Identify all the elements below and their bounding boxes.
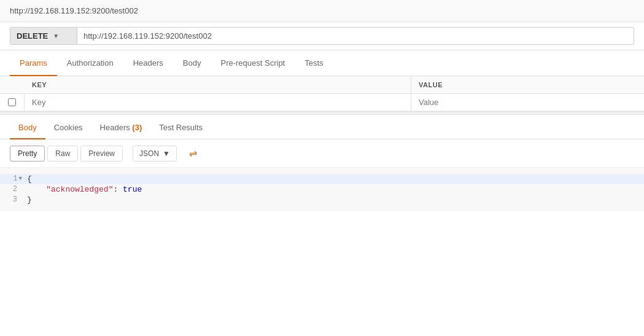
tab-params[interactable]: Params xyxy=(10,51,57,76)
tab-body[interactable]: Body xyxy=(173,51,211,76)
section-divider xyxy=(0,111,644,115)
code-line-2: 2 "acknowledged": true xyxy=(0,184,644,195)
params-table-container: KEY VALUE xyxy=(0,76,644,111)
params-table-header: KEY VALUE xyxy=(0,76,644,94)
value-column-header: VALUE xyxy=(411,76,644,93)
format-chevron-icon: ▼ xyxy=(163,149,170,158)
code-content-2: "acknowledged": true xyxy=(25,185,142,194)
tab-authorization[interactable]: Authorization xyxy=(57,51,123,76)
code-line-3: 3 } xyxy=(0,195,644,205)
wrap-button[interactable]: ⇌ xyxy=(184,144,202,162)
key-cell xyxy=(25,94,411,111)
url-input[interactable] xyxy=(77,27,634,45)
code-content-3: } xyxy=(25,195,32,205)
request-tabs-row: Params Authorization Headers Body Pre-re… xyxy=(0,50,644,76)
fold-arrow-icon: ▼ xyxy=(19,176,22,182)
response-tab-body[interactable]: Body xyxy=(10,117,45,139)
response-tab-testresults[interactable]: Test Results xyxy=(150,117,211,139)
value-cell xyxy=(411,94,644,111)
code-key: "acknowledged" xyxy=(46,185,113,194)
url-display: http://192.168.119.152:9200/test002 xyxy=(10,6,138,15)
url-bar-section: http://192.168.119.152:9200/test002 xyxy=(0,0,644,22)
params-table-row xyxy=(0,94,644,111)
value-input[interactable] xyxy=(419,98,637,107)
line-number-1: 1 ▼ xyxy=(0,174,25,183)
code-line-1: 1 ▼ { xyxy=(0,174,644,184)
method-dropdown[interactable]: DELETE ▼ xyxy=(10,27,77,45)
key-column-header: KEY xyxy=(25,76,411,93)
headers-badge: (3) xyxy=(132,123,142,132)
tab-headers[interactable]: Headers xyxy=(123,51,173,76)
chevron-down-icon: ▼ xyxy=(53,33,59,39)
line-number-2: 2 xyxy=(0,185,25,193)
response-toolbar: Pretty Raw Preview JSON ▼ ⇌ xyxy=(0,139,644,168)
code-value: true xyxy=(123,185,142,194)
code-area: 1 ▼ { 2 "acknowledged": true 3 } xyxy=(0,168,644,211)
format-dropdown[interactable]: JSON ▼ xyxy=(133,146,177,162)
tab-tests[interactable]: Tests xyxy=(295,51,333,76)
row-checkbox[interactable] xyxy=(0,94,25,111)
wrap-icon: ⇌ xyxy=(189,148,197,158)
method-label: DELETE xyxy=(17,31,48,41)
response-tab-cookies[interactable]: Cookies xyxy=(45,117,91,139)
response-tab-headers[interactable]: Headers (3) xyxy=(91,117,151,139)
tab-prerequest[interactable]: Pre-request Script xyxy=(211,51,295,76)
preview-button[interactable]: Preview xyxy=(80,146,123,162)
key-input[interactable] xyxy=(32,98,403,107)
response-tabs-row: Body Cookies Headers (3) Test Results xyxy=(0,116,644,139)
raw-button[interactable]: Raw xyxy=(47,146,78,162)
request-row: DELETE ▼ xyxy=(0,22,644,50)
code-content-1: { xyxy=(25,174,32,184)
line-number-3: 3 xyxy=(0,195,25,204)
row-checkbox-input[interactable] xyxy=(8,98,16,106)
checkbox-col-header xyxy=(0,76,25,93)
pretty-button[interactable]: Pretty xyxy=(10,146,45,162)
format-label: JSON xyxy=(139,149,159,158)
